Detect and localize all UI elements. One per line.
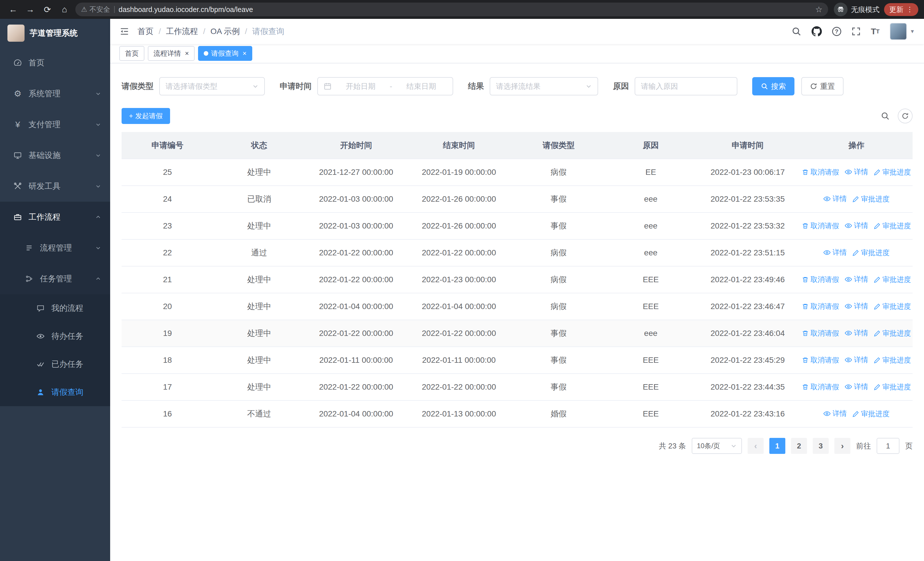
create-leave-button[interactable]: + 发起请假 [122,108,170,124]
table-row[interactable]: 16 不通过 2022-01-04 00:00:00 2022-01-13 00… [122,400,913,427]
date-range-picker[interactable]: - [317,77,453,95]
close-icon[interactable]: × [243,50,246,57]
end-date-input[interactable] [396,82,447,91]
cancel-leave-link[interactable]: 取消请假 [802,328,839,338]
breadcrumb-item[interactable]: 工作流程 [166,26,198,37]
font-size-icon[interactable]: TT [871,27,880,36]
forward-icon[interactable]: → [23,2,38,17]
table-row[interactable]: 18 处理中 2022-01-11 00:00:00 2022-01-11 00… [122,347,913,374]
help-icon[interactable]: ? [832,27,841,36]
toggle-search-icon[interactable] [880,111,890,120]
detail-link[interactable]: 详情 [823,248,847,257]
sidebar-item-devtools[interactable]: 研发工具 [0,171,110,202]
tab-process-detail[interactable]: 流程详情 × [148,46,195,61]
cancel-leave-link[interactable]: 取消请假 [802,302,839,311]
result-select[interactable] [490,77,598,95]
sidebar-item-done-tasks[interactable]: 已办任务 [0,350,110,378]
refresh-icon[interactable] [898,108,913,123]
detail-link[interactable]: 详情 [844,221,868,230]
detail-link[interactable]: 详情 [844,275,868,284]
approval-progress-link[interactable]: 审批进度 [874,302,911,311]
cell-reason: EEE [606,293,695,320]
sidebar-item-infrastructure[interactable]: 基础设施 [0,140,110,171]
sidebar-item-todo-tasks[interactable]: 待办任务 [0,322,110,350]
sidebar-item-leave-query[interactable]: 请假查询 [0,378,110,406]
approval-progress-link[interactable]: 审批进度 [874,382,911,392]
result-input[interactable] [496,82,582,91]
detail-link[interactable]: 详情 [823,194,847,203]
leave-type-select[interactable] [159,77,265,95]
detail-link[interactable]: 详情 [844,328,868,338]
sidebar-item-system[interactable]: ⚙ 系统管理 [0,78,110,109]
bookmark-star-icon[interactable]: ☆ [815,5,822,14]
security-warning[interactable]: ⚠ 不安全 [81,5,110,14]
table-row[interactable]: 22 通过 2022-01-22 00:00:00 2022-01-22 00:… [122,239,913,266]
cancel-leave-link[interactable]: 取消请假 [802,275,839,284]
cancel-leave-link[interactable]: 取消请假 [802,382,839,392]
start-date-input[interactable] [335,82,386,91]
approval-progress-link[interactable]: 审批进度 [852,194,890,204]
more-icon[interactable]: ⋮ [906,5,913,14]
cancel-leave-link[interactable]: 取消请假 [802,167,839,177]
sidebar-item-workflow[interactable]: 工作流程 [0,202,110,233]
page-button-1[interactable]: 1 [770,438,785,454]
next-page-button[interactable]: › [834,438,850,454]
reset-button[interactable]: 重置 [801,77,843,95]
detail-link[interactable]: 详情 [823,409,847,418]
sidebar-item-payment[interactable]: ¥ 支付管理 [0,109,110,140]
github-icon[interactable] [812,26,822,36]
sidebar-item-process-management[interactable]: 流程管理 [0,233,110,263]
detail-link[interactable]: 详情 [844,301,868,311]
cancel-leave-link[interactable]: 取消请假 [802,355,839,365]
app-logo[interactable]: 芋道管理系统 [0,19,110,47]
table-row[interactable]: 17 处理中 2022-01-22 00:00:00 2022-01-22 00… [122,374,913,400]
back-icon[interactable]: ← [6,2,21,17]
fullscreen-icon[interactable] [852,27,861,36]
table-row[interactable]: 19 处理中 2022-01-22 00:00:00 2022-01-22 00… [122,320,913,347]
sidebar-collapse-icon[interactable] [119,26,129,36]
approval-progress-link[interactable]: 审批进度 [852,248,890,257]
reason-input[interactable] [641,82,731,91]
detail-link[interactable]: 详情 [844,167,868,176]
prev-page-button[interactable]: ‹ [748,438,764,454]
table-row[interactable]: 20 处理中 2022-01-04 00:00:00 2022-01-04 00… [122,293,913,320]
page-size-select[interactable]: 10条/页 [692,438,742,454]
approval-progress-link[interactable]: 审批进度 [874,328,911,338]
approval-progress-link[interactable]: 审批进度 [874,167,911,177]
table-row[interactable]: 25 处理中 2021-12-27 00:00:00 2022-01-19 00… [122,159,913,186]
url-text[interactable]: dashboard.yudao.iocoder.cn/bpm/oa/leave [119,5,811,14]
table-row[interactable]: 23 处理中 2022-01-03 00:00:00 2022-01-26 00… [122,212,913,239]
leave-type-input[interactable] [165,82,249,91]
sidebar-item-home[interactable]: 首页 [0,47,110,78]
address-bar[interactable]: ⚠ 不安全 dashboard.yudao.iocoder.cn/bpm/oa/… [75,3,828,16]
table-row[interactable]: 21 处理中 2022-01-22 00:00:00 2022-01-23 00… [122,266,913,293]
tab-home[interactable]: 首页 [119,46,144,61]
breadcrumb-item[interactable]: OA 示例 [211,26,240,37]
goto-page-input[interactable] [877,438,900,454]
search-button[interactable]: 搜索 [752,77,795,95]
browser-update-button[interactable]: 更新 ⋮ [884,3,918,16]
home-icon[interactable]: ⌂ [57,2,72,17]
approval-progress-link[interactable]: 审批进度 [874,355,911,365]
reload-icon[interactable]: ⟳ [40,2,55,17]
search-icon[interactable] [792,27,801,36]
reason-field[interactable] [634,77,737,95]
tab-leave-query[interactable]: 请假查询 × [198,46,252,61]
sidebar-item-my-processes[interactable]: 我的流程 [0,294,110,322]
table-row[interactable]: 24 已取消 2022-01-03 00:00:00 2022-01-26 00… [122,186,913,212]
page-button-3[interactable]: 3 [813,438,829,454]
detail-link[interactable]: 详情 [844,382,868,391]
page-button-2[interactable]: 2 [791,438,807,454]
sidebar-item-label: 研发工具 [28,181,60,192]
detail-link[interactable]: 详情 [844,355,868,364]
user-menu[interactable]: ▼ [890,23,915,40]
close-icon[interactable]: × [185,50,189,57]
cell-end-time: 2022-01-26 00:00:00 [407,212,511,239]
approval-progress-link[interactable]: 审批进度 [852,409,890,418]
approval-progress-link[interactable]: 审批进度 [874,221,911,230]
sidebar-item-task-management[interactable]: 任务管理 [0,263,110,294]
chat-icon [35,304,46,312]
approval-progress-link[interactable]: 审批进度 [874,275,911,284]
cancel-leave-link[interactable]: 取消请假 [802,221,839,230]
breadcrumb-item[interactable]: 首页 [138,26,153,37]
